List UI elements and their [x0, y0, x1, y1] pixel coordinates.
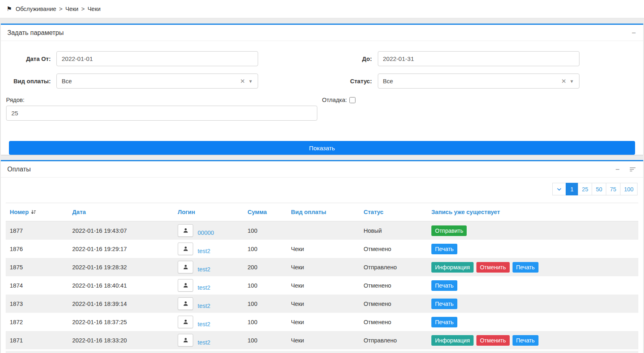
user-button[interactable] — [178, 243, 193, 255]
cell-status: Отменено — [360, 276, 427, 295]
cell-type: Чеки — [287, 276, 360, 295]
filters-panel-title: Задать параметры — [7, 29, 64, 37]
rows-input[interactable] — [6, 106, 317, 121]
status-select[interactable]: Все ✕ ▼ — [378, 74, 579, 89]
status-label: Статус: — [322, 78, 378, 84]
cell-type: Чеки — [287, 258, 360, 276]
page-button-75[interactable]: 75 — [606, 183, 620, 195]
payments-table: Номер Дата Логин Сумма Вид оплаты — [6, 203, 638, 349]
login-cell: test2 — [178, 243, 239, 255]
column-header-date[interactable]: Дата — [68, 203, 174, 221]
list-icon[interactable] — [629, 167, 636, 172]
debug-checkbox[interactable] — [349, 97, 355, 103]
filters-panel-header: Задать параметры − — [1, 25, 643, 41]
login-link[interactable]: 00000 — [198, 230, 214, 237]
page-button-1[interactable]: 1 — [566, 183, 578, 195]
cell-number: 1874 — [6, 276, 68, 295]
page-button-100[interactable]: 100 — [620, 183, 638, 195]
cell-sum: 100 — [243, 331, 287, 349]
login-link[interactable]: test2 — [198, 339, 210, 347]
sort-desc-icon[interactable] — [31, 210, 36, 215]
user-button[interactable] — [178, 261, 193, 273]
cell-actions: ИнформацияОтменитьПечать — [427, 331, 638, 349]
collapse-icon[interactable]: − — [631, 29, 636, 37]
column-header-payment-type[interactable]: Вид оплаты — [287, 203, 360, 221]
cell-type: Чеки — [287, 313, 360, 331]
page-button-50[interactable]: 50 — [592, 183, 606, 195]
cell-date: 2022-01-16 19:43:07 — [68, 221, 174, 240]
cell-sum: 100 — [243, 276, 287, 295]
date-to-field-row: До: — [322, 51, 644, 66]
cell-date: 2022-01-16 19:29:17 — [68, 240, 174, 258]
login-link[interactable]: test2 — [198, 321, 210, 328]
page-size-dropdown[interactable] — [552, 183, 566, 195]
date-from-field-row: Дата От: — [1, 51, 322, 66]
breadcrumb-item-cheki[interactable]: Чеки — [65, 6, 78, 12]
cell-number: 1873 — [6, 295, 68, 313]
cancel-button[interactable]: Отменить — [476, 335, 510, 346]
payment-type-label: Вид оплаты: — [1, 78, 56, 84]
info-button[interactable]: Информация — [431, 335, 474, 346]
cell-status: Отправлено — [360, 258, 427, 276]
breadcrumb-item-cheki-2[interactable]: Чеки — [88, 6, 101, 12]
breadcrumb-separator: > — [81, 6, 84, 12]
column-header-status[interactable]: Статус — [360, 203, 427, 221]
chevron-down-icon[interactable]: ▼ — [570, 79, 574, 84]
pagination: 1255075100 — [1, 178, 643, 199]
table-row: 1872 2022-01-16 18:37:25 test2 100 Чеки … — [6, 313, 638, 331]
user-button[interactable] — [178, 279, 193, 292]
cell-status: Отменено — [360, 240, 427, 258]
clear-icon[interactable]: ✕ — [558, 78, 570, 85]
person-icon — [183, 319, 189, 325]
clear-icon[interactable]: ✕ — [237, 78, 249, 85]
table-header-row: Номер Дата Логин Сумма Вид оплаты — [6, 203, 638, 221]
payments-table-wrap: Номер Дата Логин Сумма Вид оплаты — [1, 199, 643, 349]
chevron-down-icon[interactable]: ▼ — [248, 79, 253, 84]
print-button[interactable]: Печать — [431, 280, 457, 291]
print-button[interactable]: Печать — [431, 317, 457, 327]
table-row: 1875 2022-01-16 19:28:32 test2 200 Чеки … — [6, 258, 638, 276]
user-button[interactable] — [178, 297, 193, 310]
cell-type: Чеки — [287, 295, 360, 313]
person-icon — [183, 264, 189, 270]
payments-panel-header: Оплаты − — [1, 161, 643, 178]
payments-panel-title: Оплаты — [7, 166, 31, 173]
cancel-button[interactable]: Отменить — [476, 262, 510, 273]
cell-actions: Печать — [427, 313, 638, 331]
login-link[interactable]: test2 — [198, 248, 210, 255]
person-icon — [183, 246, 189, 252]
user-button[interactable] — [178, 316, 193, 328]
collapse-icon[interactable]: − — [615, 166, 620, 173]
status-field-row: Статус: Все ✕ ▼ — [322, 74, 644, 89]
payment-type-select[interactable]: Все ✕ ▼ — [56, 74, 258, 89]
rows-label: Рядов: — [6, 97, 322, 103]
breadcrumb-item-service[interactable]: Обслуживание — [15, 6, 56, 12]
column-header-number[interactable]: Номер — [6, 203, 68, 221]
person-icon — [183, 301, 189, 307]
column-header-login[interactable]: Логин — [174, 203, 243, 221]
print-button[interactable]: Печать — [431, 299, 457, 309]
login-cell: 00000 — [178, 224, 239, 237]
send-button[interactable]: Отправить — [431, 225, 467, 236]
cell-actions: Отправить — [427, 221, 638, 240]
payment-type-selected-value: Все — [62, 78, 237, 84]
page-button-25[interactable]: 25 — [578, 183, 592, 195]
payments-panel: Оплаты − 1255075100 — [1, 160, 643, 353]
login-cell: test2 — [178, 297, 239, 310]
login-link[interactable]: test2 — [198, 303, 210, 310]
user-button[interactable] — [178, 334, 193, 347]
print-button[interactable]: Печать — [513, 262, 538, 273]
user-button[interactable] — [178, 224, 193, 237]
login-link[interactable]: test2 — [198, 266, 210, 273]
column-header-sum[interactable]: Сумма — [243, 203, 287, 221]
flag-icon: ⚑ — [6, 5, 12, 13]
login-link[interactable]: test2 — [198, 284, 210, 292]
print-button[interactable]: Печать — [431, 244, 457, 254]
info-button[interactable]: Информация — [431, 262, 474, 273]
date-to-input[interactable] — [378, 51, 579, 66]
print-button[interactable]: Печать — [513, 335, 538, 346]
table-row: 1874 2022-01-16 18:40:41 test2 100 Чеки … — [6, 276, 638, 295]
show-button[interactable]: Показать — [9, 141, 635, 155]
column-header-record-exists[interactable]: Запись уже существует — [427, 203, 638, 221]
date-from-input[interactable] — [56, 51, 258, 66]
